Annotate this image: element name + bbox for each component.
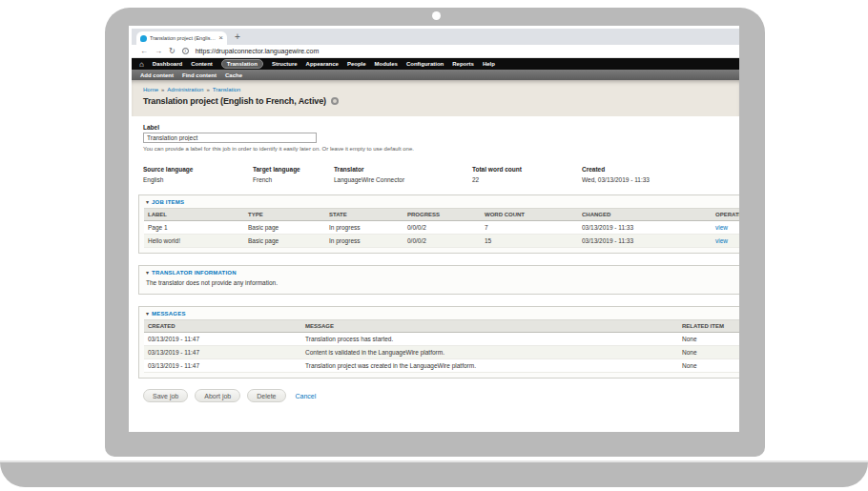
col-created: CREATED bbox=[144, 320, 301, 332]
col-changed-sort[interactable]: CHANGED bbox=[578, 209, 712, 220]
admin-menu-configuration[interactable]: Configuration bbox=[406, 61, 444, 67]
admin-menu-people[interactable]: People bbox=[347, 61, 366, 67]
browser-tab-bar: Translation project (English to Fr × + bbox=[132, 29, 739, 45]
label-field-description: You can provide a label for this job in … bbox=[143, 146, 739, 152]
breadcrumb-translation[interactable]: Translation bbox=[213, 87, 240, 92]
job-items-header-row: LABEL TYPE STATE PROGRESS WORD COUNT CHA… bbox=[144, 208, 739, 221]
webcam-dot bbox=[432, 11, 441, 20]
message-row: 03/13/2019 - 11:47 Content is validated … bbox=[144, 346, 739, 359]
view-link[interactable]: view bbox=[712, 221, 739, 234]
drupal-shortcut-bar: Add content Find content Cache bbox=[132, 70, 739, 80]
shortcut-add-content[interactable]: Add content bbox=[140, 72, 174, 78]
breadcrumb-home[interactable]: Home bbox=[143, 87, 158, 92]
laptop-screen: Translation project (English to Fr × + ←… bbox=[129, 26, 739, 432]
col-message: MESSAGE bbox=[301, 320, 678, 332]
breadcrumb-separator-icon: » bbox=[206, 87, 209, 92]
messages-fieldset: ▾ MESSAGES CREATED MESSAGE RELATED ITEM … bbox=[138, 306, 739, 378]
breadcrumb: Home » Administration » Translation bbox=[143, 87, 739, 92]
drupal-favicon-icon bbox=[140, 35, 147, 42]
messages-table: CREATED MESSAGE RELATED ITEM 03/13/2019 … bbox=[144, 319, 739, 373]
label-field-label: Label bbox=[143, 124, 739, 131]
admin-menu-modules[interactable]: Modules bbox=[375, 61, 398, 67]
shortcut-find-content[interactable]: Find content bbox=[182, 72, 217, 78]
main-content: Label You can provide a label for this j… bbox=[132, 116, 739, 431]
col-related-item: RELATED ITEM bbox=[678, 320, 739, 332]
message-row: 03/13/2019 - 11:47 Translation process h… bbox=[144, 333, 739, 346]
new-tab-button[interactable]: + bbox=[235, 31, 240, 43]
drupal-admin-bar: ⌂ Dashboard Content Translation Structur… bbox=[132, 58, 739, 70]
form-actions: Save job Abort job Delete Cancel bbox=[143, 389, 739, 402]
laptop-bezel: Translation project (English to Fr × + ←… bbox=[105, 8, 765, 457]
page-title: Translation project (English to French, … bbox=[143, 96, 326, 106]
contextual-gear-icon[interactable] bbox=[331, 97, 339, 105]
tab-title: Translation project (English to Fr bbox=[150, 35, 216, 41]
job-item-row: Hello world! Basic page In progress 0/0/… bbox=[144, 235, 739, 248]
view-link[interactable]: view bbox=[712, 235, 739, 247]
address-bar[interactable]: https://drupalconnector.languagewire.com bbox=[196, 48, 320, 54]
col-state-sort[interactable]: STATE bbox=[325, 209, 403, 220]
label-input[interactable] bbox=[143, 133, 317, 143]
col-progress: PROGRESS bbox=[403, 209, 481, 220]
col-operations: OPERATIONS bbox=[712, 209, 739, 220]
delete-button[interactable]: Delete bbox=[247, 389, 285, 402]
meta-source-language: Source language English bbox=[143, 166, 253, 183]
label-field-group: Label You can provide a label for this j… bbox=[143, 124, 739, 152]
forward-icon[interactable]: → bbox=[155, 48, 162, 55]
meta-target-language: Target language French bbox=[253, 166, 334, 183]
page-header: Home » Administration » Translation Tran… bbox=[132, 80, 739, 116]
job-items-legend[interactable]: ▾ JOB ITEMS bbox=[146, 199, 739, 205]
admin-menu-translation[interactable]: Translation bbox=[221, 59, 263, 69]
admin-menu-help[interactable]: Help bbox=[483, 61, 495, 67]
home-icon[interactable]: ⌂ bbox=[139, 60, 144, 69]
messages-header-row: CREATED MESSAGE RELATED ITEM bbox=[144, 319, 739, 333]
translator-info-legend[interactable]: ▾ TRANSLATOR INFORMATION bbox=[146, 270, 739, 276]
job-item-row: Page 1 Basic page In progress 0/0/0/2 7 … bbox=[144, 221, 739, 235]
browser-tab[interactable]: Translation project (English to Fr × bbox=[136, 31, 227, 45]
admin-menu-appearance[interactable]: Appearance bbox=[306, 61, 339, 67]
breadcrumb-administration[interactable]: Administration bbox=[167, 87, 203, 92]
back-icon[interactable]: ← bbox=[140, 48, 148, 55]
browser-toolbar: ← → ↻ i https://drupalconnector.language… bbox=[132, 45, 739, 58]
col-type: TYPE bbox=[244, 209, 325, 220]
shortcut-cache[interactable]: Cache bbox=[225, 72, 242, 78]
breadcrumb-separator-icon: » bbox=[161, 87, 164, 92]
meta-total-word-count: Total word count 22 bbox=[472, 166, 582, 183]
job-items-table: LABEL TYPE STATE PROGRESS WORD COUNT CHA… bbox=[144, 208, 739, 248]
browser-window: Translation project (English to Fr × + ←… bbox=[132, 29, 739, 431]
admin-menu-dashboard[interactable]: Dashboard bbox=[153, 61, 182, 67]
collapse-arrow-icon: ▾ bbox=[146, 270, 149, 276]
laptop-mockup: Translation project (English to Fr × + ←… bbox=[0, 0, 868, 491]
message-row: 03/13/2019 - 11:47 Translation project w… bbox=[144, 359, 739, 373]
collapse-arrow-icon: ▾ bbox=[146, 311, 149, 317]
job-meta-row: Source language English Target language … bbox=[143, 166, 739, 183]
reload-icon[interactable]: ↻ bbox=[169, 48, 176, 55]
collapse-arrow-icon: ▾ bbox=[146, 199, 149, 205]
meta-translator: Translator LanguageWire Connector bbox=[334, 166, 472, 183]
save-job-button[interactable]: Save job bbox=[143, 389, 188, 402]
abort-job-button[interactable]: Abort job bbox=[195, 389, 240, 402]
meta-created: Created Wed, 03/13/2019 - 11:33 bbox=[582, 166, 739, 183]
translator-info-text: The translator does not provide any info… bbox=[146, 279, 739, 286]
translator-info-fieldset: ▾ TRANSLATOR INFORMATION The translator … bbox=[138, 265, 739, 295]
site-info-icon[interactable]: i bbox=[182, 48, 189, 54]
cancel-link[interactable]: Cancel bbox=[296, 393, 317, 399]
tab-close-icon[interactable]: × bbox=[218, 34, 223, 42]
messages-legend[interactable]: ▾ MESSAGES bbox=[146, 311, 739, 317]
col-word-count: WORD COUNT bbox=[481, 209, 578, 220]
admin-menu-structure[interactable]: Structure bbox=[272, 61, 298, 67]
admin-menu-content[interactable]: Content bbox=[191, 61, 213, 67]
job-items-fieldset: ▾ JOB ITEMS LABEL TYPE STATE PROGRESS WO… bbox=[138, 194, 739, 254]
laptop-base bbox=[0, 460, 868, 487]
admin-menu-reports[interactable]: Reports bbox=[452, 61, 474, 67]
col-label: LABEL bbox=[144, 209, 244, 220]
